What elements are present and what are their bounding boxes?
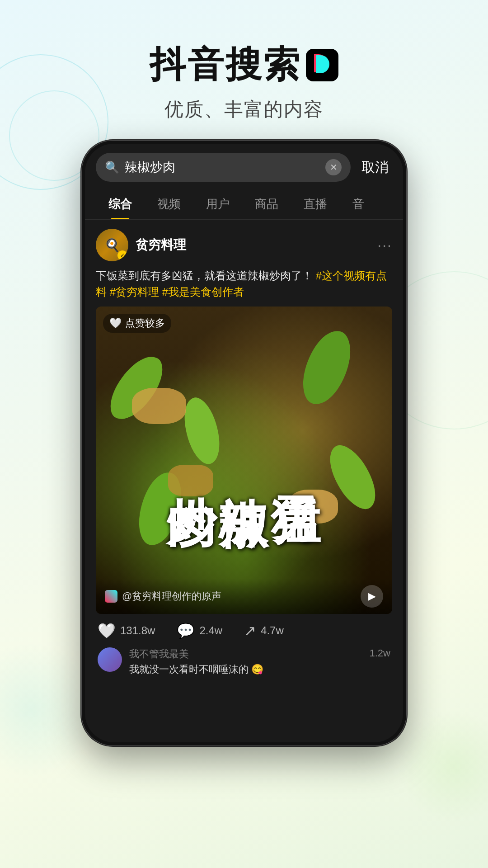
likes-count: 131.8w (120, 624, 155, 637)
tab-user[interactable]: 用户 (193, 189, 242, 219)
user-card: 🍳 ✓ 贫穷料理 ··· (96, 229, 392, 261)
comments-count: 2.4w (199, 624, 222, 637)
likes-badge-text: 点赞较多 (125, 316, 165, 330)
shares-count: 4.7w (261, 624, 284, 637)
comment-username[interactable]: 我不管我最美 (129, 647, 362, 661)
phone-wrapper: 🔍 辣椒炒肉 ✕ 取消 综合 视频 用户 商品 (0, 140, 488, 746)
header-section: 抖音搜索 优质、丰富的内容 (0, 0, 488, 140)
search-box[interactable]: 🔍 辣椒炒肉 ✕ (96, 153, 351, 182)
post-text: 下饭菜到底有多凶猛，就看这道辣椒炒肉了！ #这个视频有点料 #贫穷料理 #我是美… (96, 268, 392, 300)
share-icon: ↗ (244, 622, 256, 639)
tab-comprehensive[interactable]: 综合 (96, 189, 145, 219)
main-title-container: 抖音搜索 (0, 41, 488, 90)
video-text-overlay: 勇猛辣椒炒肉 (96, 307, 392, 614)
tab-live[interactable]: 直播 (291, 189, 340, 219)
content-area: 🍳 ✓ 贫穷料理 ··· 下饭菜到底有多凶猛，就看这道辣椒炒肉了！ #这个视频有… (85, 220, 403, 681)
likes-badge: 🤍 点赞较多 (103, 314, 171, 333)
verified-badge: ✓ (117, 250, 127, 260)
phone-frame: 🔍 辣椒炒肉 ✕ 取消 综合 视频 用户 商品 (81, 140, 407, 746)
comment-icon: 💬 (177, 622, 195, 639)
comment-avatar (98, 647, 122, 672)
video-thumbnail[interactable]: 勇猛辣椒炒肉 🤍 点赞较多 @贫穷料理创作的原声 ▶ (96, 307, 392, 614)
author-avatar[interactable]: 🍳 ✓ (96, 229, 128, 261)
tiktok-audio-icon (105, 590, 117, 603)
video-bottom-bar: @贫穷料理创作的原声 ▶ (96, 579, 392, 614)
author-username[interactable]: 贫穷料理 (136, 236, 377, 254)
tab-audio[interactable]: 音 (340, 189, 377, 219)
clear-search-icon[interactable]: ✕ (325, 159, 342, 175)
interaction-bar: 🤍 131.8w 💬 2.4w ↗ 4.7w (96, 614, 392, 647)
comment-preview: 我不管我最美 我就没一次看时不咽唾沫的 😋 1.2w (96, 647, 392, 681)
tab-goods[interactable]: 商品 (242, 189, 291, 219)
phone-inner: 🔍 辣椒炒肉 ✕ 取消 综合 视频 用户 商品 (85, 144, 403, 742)
subtitle-text: 优质、丰富的内容 (0, 97, 488, 122)
more-options-icon[interactable]: ··· (377, 237, 392, 254)
share-button[interactable]: ↗ 4.7w (244, 622, 284, 639)
audio-info: @贫穷料理创作的原声 (105, 590, 221, 603)
comment-content: 我不管我最美 我就没一次看时不咽唾沫的 😋 (129, 647, 362, 676)
comments-button[interactable]: 💬 2.4w (177, 622, 222, 639)
cancel-button[interactable]: 取消 (358, 158, 392, 177)
tab-video[interactable]: 视频 (145, 189, 193, 219)
heart-icon: 🤍 (98, 622, 116, 639)
tiktok-logo-icon (306, 49, 338, 81)
post-main-text: 下饭菜到底有多凶猛，就看这道辣椒炒肉了！ (96, 269, 313, 282)
search-icon: 🔍 (105, 160, 119, 175)
comment-text: 我就没一次看时不咽唾沫的 😋 (129, 663, 362, 676)
play-button[interactable]: ▶ (361, 585, 383, 608)
tabs-row: 综合 视频 用户 商品 直播 音 (85, 189, 403, 220)
likes-button[interactable]: 🤍 131.8w (98, 622, 155, 639)
video-calligraphy-title: 勇猛辣椒炒肉 (166, 457, 323, 464)
comment-likes: 1.2w (370, 647, 390, 659)
search-query-text: 辣椒炒肉 (125, 159, 320, 176)
audio-text: @贫穷料理创作的原声 (122, 590, 221, 603)
search-bar-row: 🔍 辣椒炒肉 ✕ 取消 (85, 144, 403, 189)
heart-icon-small: 🤍 (109, 317, 122, 329)
main-title-text: 抖音搜索 (150, 41, 301, 90)
